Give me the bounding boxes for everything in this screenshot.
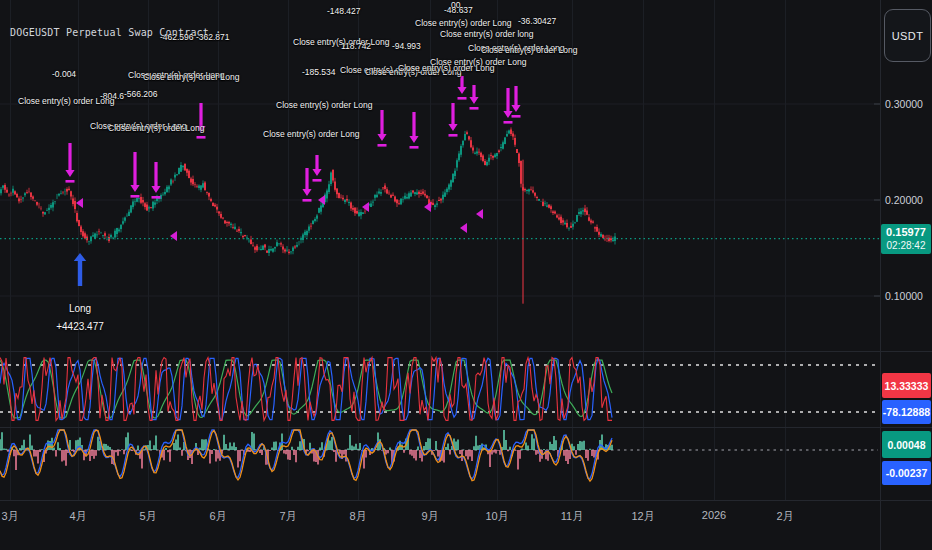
pnl-value-label: 118.742 bbox=[341, 42, 371, 51]
pane-separator[interactable] bbox=[0, 427, 932, 428]
price-axis-label: 0.10000 bbox=[885, 290, 923, 302]
close-entry-arrow-icon bbox=[448, 103, 457, 131]
close-entry-order-label: Close entry(s) order Long bbox=[276, 101, 372, 110]
currency-toggle-button[interactable]: USDT bbox=[884, 9, 931, 62]
time-axis-label: 7月 bbox=[279, 509, 296, 524]
time-axis-label: 11月 bbox=[561, 509, 583, 524]
close-entry-arrow-icon bbox=[503, 88, 512, 118]
price-axis-separator bbox=[880, 0, 881, 550]
close-entry-arrow-icon bbox=[130, 152, 139, 192]
pane-separator[interactable] bbox=[0, 351, 932, 352]
price-axis-label: 0.20000 bbox=[885, 194, 923, 206]
close-entry-arrow-icon bbox=[302, 168, 311, 196]
time-axis-label: 5月 bbox=[139, 509, 156, 524]
pnl-value-label: -0.004 bbox=[52, 70, 76, 79]
close-entry-arrow-icon bbox=[377, 110, 386, 141]
close-entry-arrow-icon bbox=[457, 76, 466, 94]
trading-chart-app: DOGEUSDT Perpetual Swap Contract · -462.… bbox=[0, 0, 932, 550]
close-entry-order-label: Close entry(s) order Long bbox=[108, 124, 204, 133]
time-axis-label: 9月 bbox=[421, 509, 438, 524]
pnl-value-label: -462.596 bbox=[160, 33, 194, 42]
time-axis-label: 8月 bbox=[349, 509, 366, 524]
close-entry-arrow-icon bbox=[312, 155, 321, 176]
last-price-value: 0.15977 bbox=[881, 226, 931, 239]
pnl-value-label: -362.871 bbox=[196, 33, 230, 42]
time-axis-label: 4月 bbox=[69, 509, 86, 524]
pnl-value-label: -48.637 bbox=[444, 6, 473, 15]
close-entry-arrow-icon bbox=[409, 112, 418, 143]
pnl-value-label: -185.534 bbox=[302, 68, 336, 77]
time-axis-label: 2026 bbox=[702, 509, 726, 521]
pnl-value-label: -148.427 bbox=[327, 7, 361, 16]
indicator-value-badge: 0.00048 bbox=[882, 431, 931, 458]
long-entry-qty-label: +4423.477 bbox=[56, 321, 104, 332]
time-axis-label: 10月 bbox=[485, 509, 508, 524]
time-axis-label: 3月 bbox=[1, 509, 18, 524]
time-axis-separator bbox=[0, 500, 932, 501]
close-entry-order-label: Close entry(s) order Long bbox=[143, 73, 239, 82]
indicator-value-badge: 13.33333 bbox=[882, 373, 931, 398]
close-entry-order-label: Close entry(s) order Long bbox=[415, 19, 511, 28]
close-entry-order-label: Close entry(s) order Long bbox=[263, 130, 359, 139]
time-axis-label: 2月 bbox=[776, 509, 793, 524]
indicator-value-badge: -78.12888 bbox=[882, 400, 931, 424]
price-axis-label: 0.30000 bbox=[885, 98, 923, 110]
time-axis-label: 6月 bbox=[209, 509, 226, 524]
close-entry-arrow-icon bbox=[65, 143, 74, 177]
close-entry-order-label: Close entry(s) order long bbox=[440, 30, 534, 39]
pnl-value-label: -566.206 bbox=[124, 90, 158, 99]
close-entry-order-label: Close entry(s) order Long bbox=[481, 46, 577, 55]
close-entry-arrow-icon bbox=[511, 86, 520, 112]
pnl-value-label: -94.993 bbox=[392, 42, 421, 51]
close-entry-arrow-icon bbox=[469, 85, 478, 104]
long-entry-label: Long bbox=[69, 303, 91, 314]
close-entry-arrow-icon bbox=[151, 162, 160, 193]
chart-canvas[interactable] bbox=[0, 0, 932, 550]
close-entry-order-label: Close entry(s) order Long bbox=[18, 97, 114, 106]
pnl-value-label: -36.30427 bbox=[518, 17, 556, 26]
indicator-value-badge: -0.00237 bbox=[882, 461, 931, 485]
time-axis-label: 12月 bbox=[631, 509, 654, 524]
close-entry-order-label: Close entry(s) order Long bbox=[398, 64, 494, 73]
bar-countdown: 02:28:42 bbox=[881, 239, 931, 252]
long-entry-arrow-icon bbox=[74, 253, 86, 286]
last-price-badge: 0.15977 02:28:42 bbox=[881, 224, 931, 254]
